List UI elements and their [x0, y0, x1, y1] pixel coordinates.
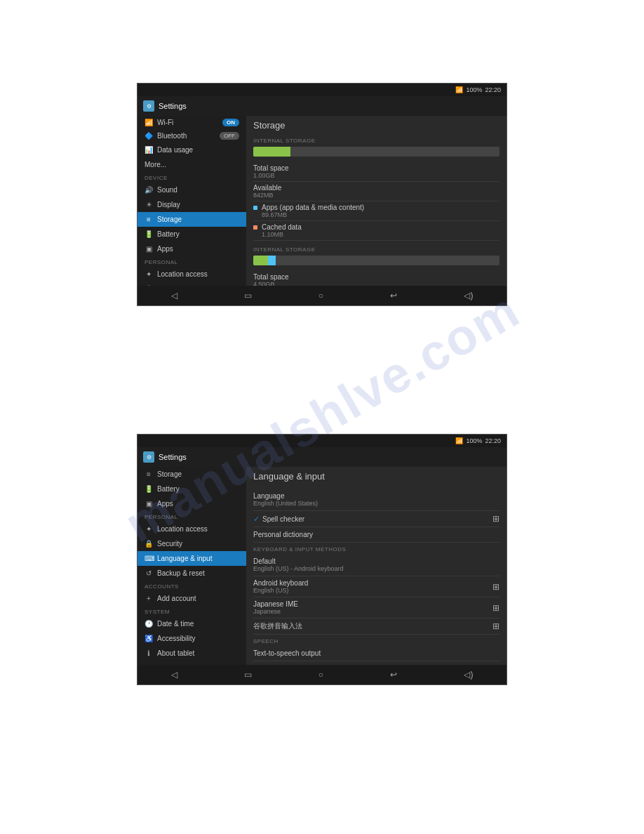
content-title-bottom: Language & input: [253, 471, 499, 484]
sidebar-item-apps[interactable]: ▣ Apps: [137, 241, 246, 256]
language-row[interactable]: Language English (United States): [253, 489, 499, 511]
sidebar-bottom-accessibility[interactable]: ♿ Accessibility: [137, 631, 246, 646]
personal-section-header: PERSONAL: [137, 256, 246, 267]
display-label: Display: [157, 201, 180, 208]
available-value-1: 842MB: [253, 192, 499, 199]
device-section-header: DEVICE: [137, 172, 246, 183]
title-bar-bottom: ⚙ Settings: [137, 447, 507, 467]
nav-menu-top[interactable]: ▭: [244, 291, 252, 300]
personal-dict-row[interactable]: Personal dictionary: [253, 527, 499, 543]
nav-volume-top[interactable]: ◁): [464, 291, 473, 300]
more-label: More...: [145, 161, 166, 168]
available-label-1: Available: [253, 184, 499, 192]
datetime-icon: 🕐: [145, 620, 153, 628]
security-label-b: Security: [157, 540, 182, 548]
sidebar-bottom-security[interactable]: 🔒 Security: [137, 536, 246, 551]
android-keyboard-row[interactable]: Android keyboard English (US) ⊞: [253, 576, 499, 597]
apps-icon: ▣: [145, 245, 153, 253]
main-layout-bottom: ≡ Storage 🔋 Battery ▣ Apps PERSONAL ✦ Lo…: [137, 467, 507, 665]
nav-menu-bottom[interactable]: ▭: [244, 670, 252, 680]
sidebar-bottom-about[interactable]: ℹ About tablet: [137, 646, 246, 661]
storage-label-b: Storage: [157, 470, 182, 478]
sound-label: Sound: [157, 186, 177, 194]
sidebar-item-sound[interactable]: 🔊 Sound: [137, 183, 246, 197]
sidebar-item-data-usage[interactable]: 📊 Data usage: [137, 143, 246, 157]
sidebar-bottom-language[interactable]: ⌨ Language & input: [137, 551, 246, 566]
storage-icon: ≡: [145, 216, 153, 223]
sidebar-item-battery[interactable]: 🔋 Battery: [137, 227, 246, 241]
sidebar-item-security[interactable]: 🔒 Security: [137, 282, 246, 286]
location-icon-b: ✦: [145, 525, 153, 533]
sidebar-item-location[interactable]: ✦ Location access: [137, 267, 246, 282]
default-keyboard-row: Default English (US) - Android keyboard: [253, 554, 499, 576]
status-bar-bottom: 📶 100% 22:20: [137, 435, 507, 447]
settings-icon-top: ⚙: [143, 100, 154, 112]
data-usage-icon: 📊: [145, 146, 153, 154]
total-space-label-2: Total space: [253, 273, 499, 281]
signal-icon-bottom: 📶: [455, 437, 463, 444]
sidebar-top: 📶 Wi-Fi ON 🔷 Bluetooth OFF 📊 Data usage …: [137, 116, 246, 286]
total-space-value-2: 4.50GB: [253, 281, 499, 286]
spell-settings-icon[interactable]: ⊞: [492, 514, 499, 524]
tts-title: Text-to-speech output: [253, 649, 499, 657]
sidebar-item-bluetooth[interactable]: 🔷 Bluetooth OFF: [137, 129, 246, 143]
spell-checker-row[interactable]: ✓ Spell checker ⊞: [253, 511, 499, 527]
language-icon-b: ⌨: [145, 555, 153, 562]
sidebar-item-storage[interactable]: ≡ Storage: [137, 212, 246, 227]
bluetooth-toggle[interactable]: OFF: [220, 132, 239, 140]
google-ime-title: 谷歌拼音输入法: [253, 621, 302, 631]
total-space-label-1: Total space: [253, 164, 499, 172]
sidebar-item-wifi[interactable]: 📶 Wi-Fi ON: [137, 116, 246, 129]
nav-home-bottom[interactable]: ○: [318, 670, 323, 680]
apps-indicator: [253, 206, 257, 210]
sidebar-item-more[interactable]: More...: [137, 157, 246, 172]
sidebar-item-display[interactable]: ☀ Display: [137, 197, 246, 212]
android-keyboard-title: Android keyboard: [253, 579, 308, 587]
sidebar-bottom-add-account[interactable]: + Add account: [137, 591, 246, 606]
sidebar-bottom-storage[interactable]: ≡ Storage: [137, 467, 246, 482]
time-bottom: 22:20: [485, 437, 501, 444]
bar-used-2: [253, 256, 268, 265]
sidebar-bottom-apps[interactable]: ▣ Apps: [137, 496, 246, 511]
wifi-toggle[interactable]: ON: [222, 119, 239, 126]
storage-cached: Cached data 1.10MB: [253, 221, 499, 241]
screenshot-bottom: 📶 100% 22:20 ⚙ Settings ≡ Storage 🔋 Batt…: [137, 434, 507, 685]
battery-top: 100%: [466, 86, 482, 93]
location-label: Location access: [157, 270, 208, 278]
google-ime-row[interactable]: 谷歌拼音输入法 ⊞: [253, 618, 499, 635]
battery-icon-b: 🔋: [145, 485, 153, 493]
content-title-top: Storage: [253, 120, 499, 133]
android-keyboard-settings-icon[interactable]: ⊞: [492, 582, 499, 592]
bar-used-1: [253, 147, 290, 157]
storage-available-1: Available 842MB: [253, 182, 499, 201]
japanese-ime-settings-icon[interactable]: ⊞: [492, 603, 499, 613]
speech-section-header: SPEECH: [253, 635, 499, 646]
nav-back-top[interactable]: ◁: [171, 291, 177, 300]
nav-back-bottom[interactable]: ◁: [171, 670, 177, 680]
nav-recent-bottom[interactable]: ↩: [390, 670, 397, 680]
google-ime-settings-icon[interactable]: ⊞: [492, 621, 499, 631]
system-section-b: SYSTEM: [137, 606, 246, 616]
sidebar-bottom-battery[interactable]: 🔋 Battery: [137, 482, 246, 496]
japanese-ime-row[interactable]: Japanese IME Japanese ⊞: [253, 597, 499, 618]
personal-section-b: PERSONAL: [137, 511, 246, 522]
sidebar-bottom-datetime[interactable]: 🕐 Date & time: [137, 616, 246, 631]
signal-icon-top: 📶: [455, 86, 463, 93]
spell-checker-title: Spell checker: [262, 515, 304, 523]
sidebar-bottom-backup[interactable]: ↺ Backup & reset: [137, 566, 246, 581]
keyboard-section-header: KEYBOARD & INPUT METHODS: [253, 543, 499, 554]
storage-total-2: Total space 4.50GB: [253, 271, 499, 286]
nav-home-top[interactable]: ○: [318, 291, 323, 300]
tts-row[interactable]: Text-to-speech output: [253, 646, 499, 661]
bar-apps-2: [268, 256, 276, 265]
sidebar-bottom-location[interactable]: ✦ Location access: [137, 522, 246, 536]
battery-label-b: Battery: [157, 485, 180, 493]
apps-storage-label: Apps (app data & media content): [262, 204, 499, 211]
nav-recent-top[interactable]: ↩: [390, 291, 397, 300]
nav-volume-bottom[interactable]: ◁): [464, 670, 473, 680]
apps-label: Apps: [157, 245, 173, 253]
language-item-subtitle: English (United States): [253, 500, 499, 507]
datetime-label: Date & time: [157, 620, 194, 628]
title-label-top: Settings: [159, 102, 187, 110]
battery-label: Battery: [157, 230, 180, 238]
